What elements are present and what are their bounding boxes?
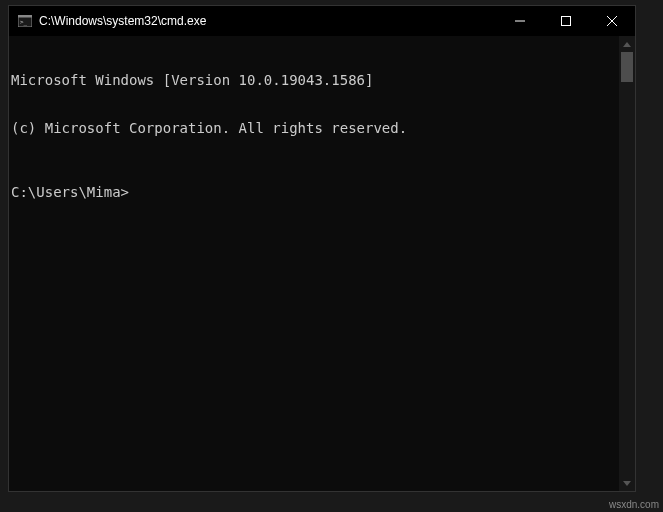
svg-text:>_: >_	[20, 18, 28, 26]
terminal-output[interactable]: Microsoft Windows [Version 10.0.19043.15…	[9, 36, 619, 491]
prompt-text: C:\Users\Mima>	[11, 184, 129, 200]
scroll-thumb[interactable]	[621, 52, 633, 82]
cursor	[129, 186, 137, 200]
cmd-window: >_ C:\Windows\system32\cmd.exe Microsoft…	[8, 5, 636, 492]
scroll-down-arrow-icon[interactable]	[619, 475, 635, 491]
window-title: C:\Windows\system32\cmd.exe	[39, 14, 497, 28]
watermark: wsxdn.com	[609, 499, 659, 510]
window-controls	[497, 6, 635, 36]
svg-rect-4	[562, 17, 571, 26]
cmd-icon: >_	[17, 13, 33, 29]
vertical-scrollbar[interactable]	[619, 36, 635, 491]
titlebar[interactable]: >_ C:\Windows\system32\cmd.exe	[9, 6, 635, 36]
minimize-button[interactable]	[497, 6, 543, 36]
prompt-line: C:\Users\Mima>	[11, 184, 617, 200]
version-line: Microsoft Windows [Version 10.0.19043.15…	[11, 72, 617, 88]
close-button[interactable]	[589, 6, 635, 36]
copyright-line: (c) Microsoft Corporation. All rights re…	[11, 120, 617, 136]
content-area: Microsoft Windows [Version 10.0.19043.15…	[9, 36, 635, 491]
maximize-button[interactable]	[543, 6, 589, 36]
scroll-up-arrow-icon[interactable]	[619, 36, 635, 52]
